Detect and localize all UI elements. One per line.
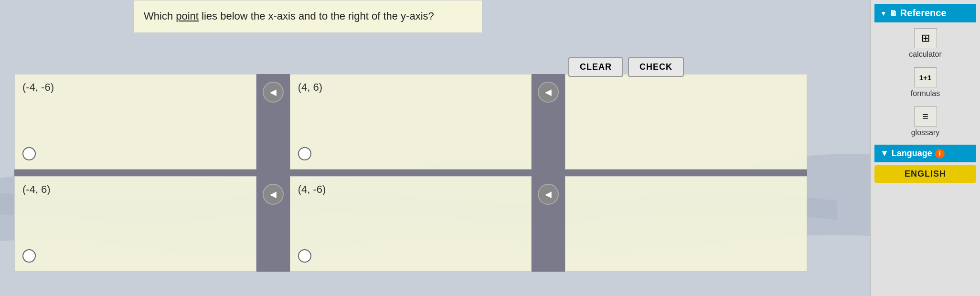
language-arrow: ▼ — [880, 148, 889, 159]
language-label: Language — [892, 148, 932, 159]
calculator-icon-glyph: ⊞ — [921, 32, 930, 44]
option-d-radio[interactable] — [22, 249, 36, 263]
language-info-icon: i — [935, 149, 945, 159]
option-f — [565, 176, 807, 272]
glossary-icon-glyph: ≡ — [922, 110, 928, 123]
audio-icon-1: ◀ — [270, 87, 277, 97]
audio-icon-2: ◀ — [545, 87, 552, 97]
main-content: Which point lies below the x-axis and to… — [0, 0, 870, 296]
radio-a[interactable] — [22, 147, 36, 160]
col-sep-1-bottom: ◀ — [256, 176, 290, 272]
calculator-icon: ⊞ — [914, 28, 937, 48]
options-wrapper: (-4, -6) ◀ (4, 6) ◀ — [14, 74, 807, 272]
audio-button-4[interactable]: ◀ — [538, 184, 559, 205]
col-sep-1-top: ◀ — [256, 74, 290, 169]
options-row-1: (-4, -6) ◀ (4, 6) ◀ — [14, 74, 807, 169]
calculator-label: calculator — [909, 50, 941, 59]
question-box: Which point lies below the x-axis and to… — [134, 0, 482, 33]
formulas-icon: 1+1 — [914, 67, 937, 87]
reference-arrow: ▼ — [880, 10, 887, 17]
question-text: Which point lies below the x-axis and to… — [144, 9, 472, 24]
action-buttons: CLEAR CHECK — [568, 57, 684, 77]
ref-item-calculator[interactable]: ⊞ calculator — [874, 25, 976, 62]
col-sep-2-top: ◀ — [532, 74, 565, 169]
option-b-radio[interactable] — [298, 147, 311, 160]
audio-icon-4: ◀ — [545, 189, 552, 200]
check-button[interactable]: CHECK — [628, 57, 684, 77]
options-row-2: (-4, 6) ◀ (4, -6) ◀ — [14, 176, 807, 272]
h-row-sep — [14, 169, 807, 176]
option-e-label: (4, -6) — [298, 183, 326, 195]
reference-header[interactable]: ▼ 🗎 Reference — [874, 4, 976, 22]
option-d: (-4, 6) — [14, 176, 256, 272]
option-a: (-4, -6) — [14, 74, 256, 169]
option-b-label: (4, 6) — [298, 81, 322, 93]
option-e-radio[interactable] — [298, 249, 311, 263]
radio-e[interactable] — [298, 249, 311, 263]
audio-button-2[interactable]: ◀ — [538, 82, 559, 103]
reference-doc-icon: 🗎 — [890, 9, 897, 18]
audio-button-3[interactable]: ◀ — [263, 184, 284, 205]
formulas-icon-glyph: 1+1 — [919, 74, 931, 82]
question-suffix: lies below the x-axis and to the right o… — [199, 10, 434, 22]
formulas-label: formulas — [911, 89, 940, 98]
option-e: (4, -6) — [290, 176, 532, 272]
col-sep-2-bottom: ◀ — [532, 176, 565, 272]
radio-b[interactable] — [298, 147, 311, 160]
question-underlined: point — [176, 10, 199, 22]
question-prefix: Which — [144, 10, 176, 22]
ref-item-formulas[interactable]: 1+1 formulas — [874, 64, 976, 101]
clear-button[interactable]: CLEAR — [568, 57, 623, 77]
right-panel: ▼ 🗎 Reference ⊞ calculator 1+1 formulas … — [870, 0, 980, 296]
radio-d[interactable] — [22, 249, 36, 263]
option-c — [565, 74, 807, 169]
glossary-label: glossary — [911, 128, 940, 137]
language-header[interactable]: ▼ Language i — [874, 145, 976, 162]
glossary-icon: ≡ — [914, 106, 937, 127]
audio-button-1[interactable]: ◀ — [263, 82, 284, 103]
ref-item-glossary[interactable]: ≡ glossary — [874, 104, 976, 140]
option-a-radio[interactable] — [22, 147, 36, 160]
english-button[interactable]: ENGLISH — [874, 165, 976, 183]
option-a-label: (-4, -6) — [22, 81, 54, 93]
audio-icon-3: ◀ — [270, 189, 277, 200]
reference-label: Reference — [900, 8, 947, 19]
option-d-label: (-4, 6) — [22, 183, 51, 195]
option-b: (4, 6) — [290, 74, 532, 169]
